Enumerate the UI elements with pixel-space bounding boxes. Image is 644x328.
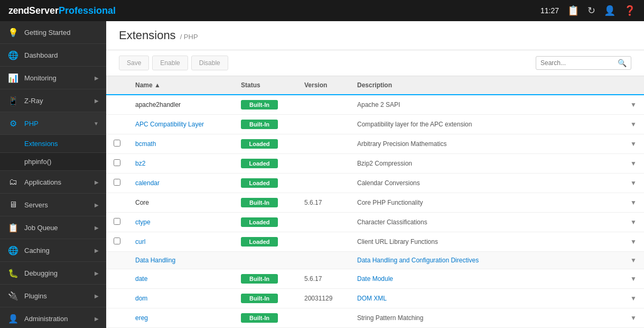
name-link[interactable]: dom [135, 295, 147, 302]
sidebar-item-getting-started[interactable]: 💡 Getting Started [0, 21, 106, 44]
name-link[interactable]: ereg [135, 314, 148, 322]
sidebar-item-php[interactable]: ⚙ PHP ▼ [0, 112, 106, 135]
name-link[interactable]: calendar [135, 179, 160, 187]
row-checkbox[interactable] [114, 140, 120, 147]
php-arrow-icon: ▼ [94, 121, 99, 126]
content: Extensions / PHP Save Enable Disable 🔍 N… [106, 21, 644, 328]
description-link[interactable]: DOM XML [357, 295, 387, 302]
logo: zendServerProfessional [8, 5, 116, 16]
expand-chevron-icon[interactable]: ▼ [630, 179, 637, 187]
description-link[interactable]: Data Handling and Configuration Directiv… [357, 257, 479, 264]
refresh-icon[interactable]: ↻ [587, 5, 595, 16]
z-ray-arrow-icon: ▶ [95, 98, 99, 104]
enable-button[interactable]: Enable [152, 56, 188, 70]
table-header-row: Name ▲ Status Version Description [106, 76, 644, 95]
expand-chevron-icon[interactable]: ▼ [630, 199, 637, 206]
save-button[interactable]: Save [119, 56, 149, 70]
expand-chevron-icon[interactable]: ▼ [630, 140, 637, 148]
sidebar-item-extensions[interactable]: Extensions [0, 135, 106, 153]
sidebar-item-plugins[interactable]: 🔌 Plugins ▶ [0, 285, 106, 307]
cell-version [297, 115, 350, 134]
status-badge: Built-In [241, 198, 278, 207]
row-checkbox[interactable] [114, 238, 120, 244]
cell-name: bcmath [128, 134, 234, 154]
row-checkbox[interactable] [114, 159, 120, 166]
expand-chevron-icon[interactable]: ▼ [630, 275, 637, 283]
servers-arrow-icon: ▶ [95, 202, 99, 208]
status-badge: Loaded [241, 159, 278, 168]
sidebar-item-administration[interactable]: 👤 Administration ▶ [0, 307, 106, 328]
cell-version [297, 174, 350, 193]
cell-version: 5.6.17 [297, 269, 350, 289]
sidebar-item-dashboard[interactable]: 🌐 Dashboard [0, 44, 106, 67]
cell-version: 5.6.17 [297, 193, 350, 213]
cell-status: Built-In [234, 115, 297, 134]
expand-chevron-icon[interactable]: ▼ [630, 295, 637, 302]
sidebar-item-monitoring[interactable]: 📊 Monitoring ▶ [0, 67, 106, 89]
status-badge: Built-In [241, 100, 278, 110]
sidebar-item-servers[interactable]: 🖥 Servers ▶ [0, 194, 106, 216]
expand-chevron-icon[interactable]: ▼ [630, 314, 637, 322]
cell-version [297, 213, 350, 232]
name-link[interactable]: APC Compatibility Layer [135, 121, 204, 128]
cell-description: Apache 2 SAPI [350, 95, 623, 115]
toolbar: Save Enable Disable 🔍 [106, 50, 644, 76]
sidebar-item-phpinfo[interactable]: phpinfo() [0, 153, 106, 171]
notifications-icon[interactable]: 📋 [567, 5, 579, 16]
cell-status: Loaded [234, 213, 297, 232]
table-row: apache2handlerBuilt-InApache 2 SAPI▼ [106, 95, 644, 115]
page-subtitle: / PHP [180, 33, 198, 41]
table-row: ctypeLoadedCharacter Classifications▼ [106, 213, 644, 232]
help-icon[interactable]: ❓ [624, 5, 636, 16]
disable-button[interactable]: Disable [191, 56, 228, 70]
description-link[interactable]: Date Module [357, 275, 393, 283]
status-badge: Built-In [241, 120, 278, 129]
cell-status: Built-In [234, 308, 297, 328]
sidebar-item-z-ray[interactable]: 📱 Z-Ray ▶ [0, 89, 106, 112]
cell-action: ▼ [623, 252, 644, 269]
expand-chevron-icon[interactable]: ▼ [630, 238, 637, 245]
name-link[interactable]: date [135, 275, 147, 283]
expand-chevron-icon[interactable]: ▼ [630, 218, 637, 226]
cell-status: Built-In [234, 95, 297, 115]
logo-server: Server [29, 5, 59, 16]
topbar-time: 11:27 [540, 6, 559, 15]
cell-action: ▼ [623, 213, 644, 232]
table-row: curlLoadedClient URL Library Functions▼ [106, 232, 644, 252]
cell-action: ▼ [623, 289, 644, 308]
sidebar-item-caching[interactable]: 🌐 Caching ▶ [0, 239, 106, 262]
job-queue-icon: 📋 [7, 222, 19, 233]
servers-icon: 🖥 [7, 199, 19, 211]
row-checkbox[interactable] [114, 218, 120, 225]
table-row: CoreBuilt-In5.6.17Core PHP Functionality… [106, 193, 644, 213]
name-link[interactable]: bz2 [135, 160, 145, 167]
row-checkbox[interactable] [114, 179, 120, 186]
expand-chevron-icon[interactable]: ▼ [630, 101, 637, 108]
sidebar-item-debugging[interactable]: 🐛 Debugging ▶ [0, 262, 106, 285]
cell-version: 20031129 [297, 289, 350, 308]
sidebar-label-job-queue: Job Queue [24, 224, 95, 232]
search-input[interactable] [540, 59, 614, 67]
cell-name: dom [128, 289, 234, 308]
sidebar-label-phpinfo: phpinfo() [24, 158, 99, 166]
name-link[interactable]: Data Handling [135, 257, 175, 264]
debugging-arrow-icon: ▶ [95, 270, 99, 276]
name-link[interactable]: curl [135, 238, 145, 245]
sidebar-item-job-queue[interactable]: 📋 Job Queue ▶ [0, 216, 106, 239]
name-link[interactable]: ctype [135, 218, 151, 226]
expand-chevron-icon[interactable]: ▼ [630, 121, 637, 128]
sidebar-label-caching: Caching [24, 247, 95, 254]
sidebar-label-plugins: Plugins [24, 292, 95, 300]
sidebar-item-applications[interactable]: 🗂 Applications ▶ [0, 171, 106, 194]
sidebar-label-extensions: Extensions [24, 140, 99, 148]
topbar: zendServerProfessional 11:27 📋 ↻ 👤 ❓ [0, 0, 644, 21]
col-name[interactable]: Name ▲ [128, 76, 234, 95]
caching-arrow-icon: ▶ [95, 248, 99, 253]
col-version: Version [297, 76, 350, 95]
expand-chevron-icon[interactable]: ▼ [630, 257, 637, 264]
expand-chevron-icon[interactable]: ▼ [630, 160, 637, 167]
name-link[interactable]: bcmath [135, 140, 156, 148]
logo-professional: Professional [59, 5, 116, 16]
user-icon[interactable]: 👤 [604, 5, 615, 16]
monitoring-icon: 📊 [7, 72, 19, 84]
